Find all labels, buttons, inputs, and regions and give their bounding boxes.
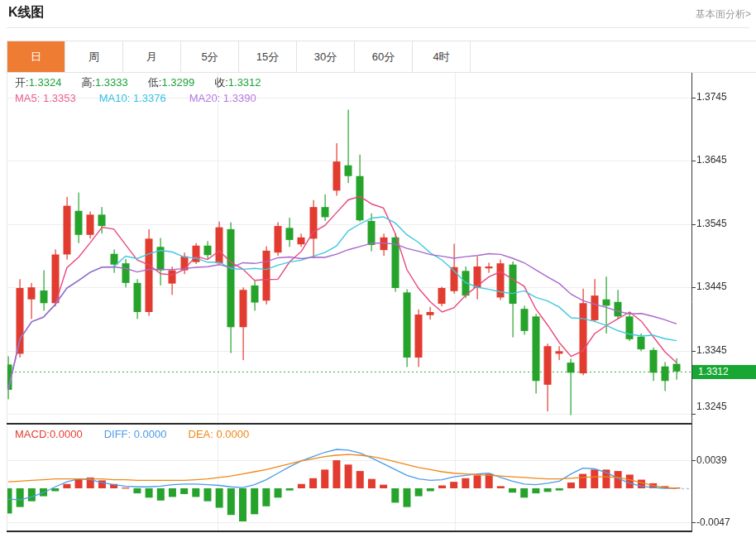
- tab-5min[interactable]: 5分: [181, 41, 239, 72]
- timeframe-tab-bar: 日 周 月 5分 15分 30分 60分 4时: [7, 41, 756, 73]
- diff-value-legend: DIFF: 0.0000: [104, 428, 167, 440]
- title-divider: [7, 27, 749, 28]
- high-label: 高:: [81, 76, 95, 89]
- tab-week[interactable]: 周: [65, 41, 123, 72]
- price-axis-label-5: 1.3345: [696, 344, 727, 356]
- close-value: 1.3312: [228, 76, 261, 89]
- price-axis-label-3: 1.3545: [696, 218, 727, 229]
- ohlc-legend: 开:1.3324 高:1.3333 低:1.3299 收:1.3312: [15, 75, 261, 90]
- low-label: 低:: [148, 76, 162, 89]
- kline-panel: { "header": { "title": "K线图", "link": "基…: [0, 0, 756, 533]
- tab-day[interactable]: 日: [7, 41, 65, 72]
- close-label: 收:: [214, 76, 228, 89]
- ma-legend: MA5: 1.3353 MA10: 1.3376 MA20: 1.3390: [15, 92, 256, 104]
- macd-axis-label-upper: 0.0039: [696, 454, 727, 466]
- macd-axis-label-lower: -0.0047: [696, 516, 730, 528]
- price-axis-label-4: 1.3445: [696, 281, 727, 292]
- open-value: 1.3324: [29, 76, 62, 89]
- tab-60min[interactable]: 60分: [355, 41, 413, 72]
- macd-legend: MACD:0.0000 DIFF: 0.0000 DEA: 0.0000: [15, 428, 249, 440]
- ohlc-close: 收:1.3312: [214, 75, 261, 90]
- ma5-legend: MA5: 1.3353: [15, 92, 76, 104]
- price-axis-label-2: 1.3645: [696, 154, 727, 166]
- price-axis-label-1: 1.3745: [696, 91, 727, 103]
- page-title: K线图: [8, 4, 45, 22]
- open-label: 开:: [15, 76, 29, 89]
- macd-value-legend: MACD:0.0000: [15, 428, 83, 440]
- low-value: 1.3299: [161, 76, 194, 89]
- tab-month[interactable]: 月: [123, 41, 181, 72]
- tab-15min[interactable]: 15分: [239, 41, 297, 72]
- price-axis-label-6: 1.3245: [696, 401, 727, 412]
- tab-4hour[interactable]: 4时: [413, 41, 471, 72]
- ohlc-high: 高:1.3333: [81, 75, 127, 90]
- tab-30min[interactable]: 30分: [297, 41, 355, 72]
- current-price-badge: 1.3312: [692, 365, 756, 379]
- ma10-legend: MA10: 1.3376: [99, 92, 166, 104]
- ma20-legend: MA20: 1.3390: [189, 92, 256, 104]
- ohlc-open: 开:1.3324: [15, 75, 61, 90]
- ohlc-low: 低:1.3299: [148, 75, 194, 90]
- high-value: 1.3333: [95, 76, 128, 89]
- fundamental-analysis-link[interactable]: 基本面分析>: [696, 7, 751, 22]
- dea-value-legend: DEA: 0.0000: [189, 428, 250, 440]
